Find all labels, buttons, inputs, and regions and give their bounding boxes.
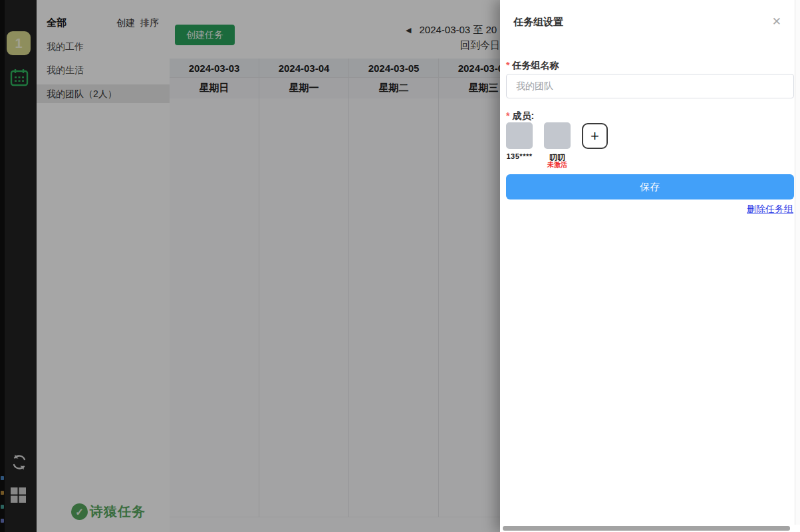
member-avatar[interactable] — [544, 122, 571, 149]
save-button[interactable]: 保存 — [506, 174, 794, 200]
scrollbar-thumb[interactable] — [503, 526, 790, 531]
members-label-text: 成员: — [512, 110, 534, 121]
app-window: 1 — [0, 0, 800, 532]
member-name: 135**** — [503, 152, 535, 160]
dim-overlay — [0, 0, 500, 532]
add-member-button[interactable]: + — [582, 123, 608, 149]
member-status-badge: 未激活 — [541, 160, 573, 170]
members-label: *成员: — [506, 110, 534, 122]
group-name-label: *任务组名称 — [506, 60, 559, 72]
plus-icon: + — [591, 128, 599, 145]
member-avatar[interactable] — [506, 122, 533, 149]
task-group-settings-drawer: 任务组设置 ✕ *任务组名称 *成员: + 135**** 叨叨 未激活 保存 … — [500, 0, 800, 532]
group-name-label-text: 任务组名称 — [512, 60, 559, 70]
vertical-scrollbar[interactable] — [795, 0, 800, 532]
required-star: * — [506, 60, 509, 70]
required-star: * — [506, 110, 509, 121]
horizontal-scrollbar[interactable] — [500, 525, 800, 532]
close-icon[interactable]: ✕ — [772, 15, 781, 29]
group-name-input[interactable] — [506, 74, 794, 98]
delete-group-link[interactable]: 删除任务组 — [747, 203, 793, 215]
drawer-title: 任务组设置 — [513, 16, 563, 29]
